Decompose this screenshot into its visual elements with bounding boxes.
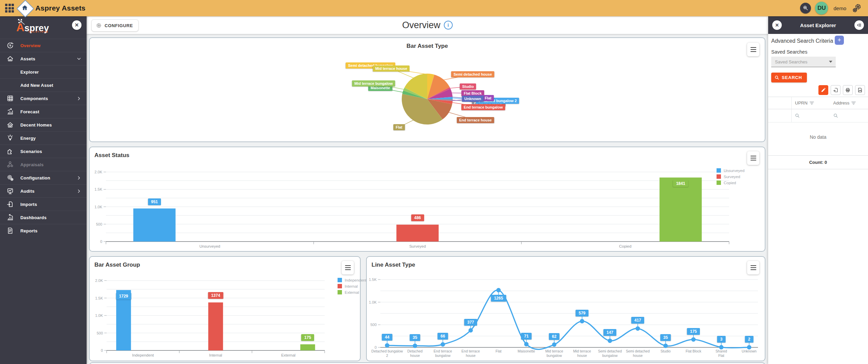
edit-pencil-icon[interactable] <box>818 85 828 95</box>
logo-subtitle: SOLUTIONS <box>29 31 49 33</box>
point-value-label: 44 <box>382 334 392 341</box>
avatar[interactable]: DU <box>815 2 828 15</box>
legend-swatch <box>717 180 721 185</box>
sidebar-item-imports[interactable]: Imports <box>0 197 87 211</box>
svg-text:house: house <box>633 353 643 358</box>
plus-icon: + <box>837 37 841 44</box>
saved-searches-select[interactable]: Saved Searches <box>771 57 836 67</box>
sidebar-item-label: Imports <box>20 202 37 207</box>
sidebar-item-energy[interactable]: Energy <box>0 131 87 145</box>
svg-text:house: house <box>410 353 420 358</box>
svg-text:Independent: Independent <box>132 353 154 357</box>
saved-searches-label: Saved Searches <box>771 49 807 55</box>
settings-gears-icon[interactable] <box>852 3 862 13</box>
pie-label: Studio <box>460 83 476 90</box>
legend-item[interactable]: External <box>338 290 366 294</box>
export-icon[interactable] <box>831 85 840 95</box>
scenarios-icon <box>6 148 14 155</box>
chart-menu-button[interactable] <box>747 261 759 274</box>
sidebar-item-forecast[interactable]: Forecast <box>0 105 87 118</box>
bar-value-label: 1729 <box>116 293 131 300</box>
sidebar-item-scenarios[interactable]: Scenarios <box>0 145 87 158</box>
result-count: Count: 0 <box>768 155 868 169</box>
sidebar-item-reports[interactable]: Reports <box>0 224 87 237</box>
legend-label: External <box>345 290 359 294</box>
add-criteria-button[interactable]: + <box>835 36 844 45</box>
chevron-right-icon <box>77 96 81 100</box>
sidebar-item-label: Dashboards <box>20 215 47 220</box>
point-value-label: 2 <box>745 336 754 343</box>
legend-item[interactable]: Surveyed <box>717 174 744 179</box>
explorer-close-button[interactable]: ✕ <box>772 20 782 30</box>
sidebar-logo: Asprey SOLUTIONS ✕ <box>0 16 87 39</box>
sidebar-item-add-new-asset[interactable]: Add New Asset <box>0 78 87 92</box>
sidebar-item-label: Energy <box>20 136 36 141</box>
column-header-address[interactable]: Address <box>830 97 868 109</box>
sidebar-item-assets[interactable]: Assets <box>0 52 87 65</box>
search-icon[interactable] <box>800 3 811 14</box>
address-search-field[interactable] <box>830 109 868 122</box>
chart-menu-button[interactable] <box>342 261 354 274</box>
sidebar-item-dashboards[interactable]: Dashboards <box>0 211 87 224</box>
home-icon <box>21 4 29 12</box>
svg-text:Internal: Internal <box>209 353 222 357</box>
sidebar-item-appraisals[interactable]: Appraisals <box>0 158 87 171</box>
filter-icon[interactable] <box>810 101 814 105</box>
column-header-uprn[interactable]: UPRN <box>792 97 830 109</box>
svg-text:External: External <box>281 353 295 357</box>
svg-text:End terrace: End terrace <box>462 349 480 353</box>
svg-text:Shared: Shared <box>716 349 727 353</box>
sidebar-close-button[interactable]: ✕ <box>72 20 82 30</box>
export-image-icon[interactable] <box>855 85 865 95</box>
svg-text:1.5K: 1.5K <box>369 277 377 282</box>
legend-label: Copied <box>724 181 736 185</box>
info-icon[interactable]: i <box>444 21 453 30</box>
search-button[interactable]: SEARCH <box>771 73 807 82</box>
sidebar: Asprey SOLUTIONS ✕ OverviewAssetsExplore… <box>0 16 87 364</box>
chart-menu-button[interactable] <box>747 151 759 165</box>
bar-value-label: 951 <box>148 198 161 205</box>
legend-label: Unsurveyed <box>724 169 744 173</box>
uprn-search-field[interactable] <box>792 109 830 122</box>
panel-bar-asset-type: Bar Asset Type Semi detached bungalowSem… <box>89 37 765 142</box>
appraisals-icon <box>6 161 14 168</box>
legend-item[interactable]: Independent <box>338 278 366 282</box>
legend-item[interactable]: Copied <box>717 180 744 185</box>
sidebar-item-components[interactable]: Components <box>0 92 87 105</box>
sidebar-item-label: Reports <box>20 228 38 233</box>
svg-text:2: 2 <box>386 353 388 358</box>
sidebar-item-label: Configuration <box>20 175 50 180</box>
imports-icon <box>6 200 14 208</box>
audits-icon <box>6 187 14 195</box>
legend-item[interactable]: Internal <box>338 284 366 288</box>
table-search-row <box>768 109 868 122</box>
print-icon[interactable] <box>843 85 853 95</box>
svg-text:bungalow: bungalow <box>602 353 618 358</box>
sidebar-item-explorer[interactable]: Explorer <box>0 65 87 78</box>
forecast-icon <box>6 108 14 115</box>
sidebar-item-label: Decent Homes <box>20 122 52 128</box>
filter-icon[interactable] <box>851 101 856 105</box>
point-value-label: 35 <box>410 334 420 341</box>
username-label: demo <box>833 5 846 11</box>
bar-value-label: 486 <box>411 214 424 221</box>
top-bar: Asprey Assets DU demo <box>0 0 868 16</box>
sidebar-item-audits[interactable]: Audits <box>0 184 87 197</box>
chevron-down-icon <box>77 56 81 61</box>
explorer-title: Asset Explorer <box>782 22 854 28</box>
svg-text:500: 500 <box>370 323 377 327</box>
app-grid-icon[interactable] <box>5 4 14 13</box>
legend-item[interactable]: Unsurveyed <box>717 168 744 173</box>
svg-text:Flat Block: Flat Block <box>686 349 702 353</box>
svg-text:Mid terrace: Mid terrace <box>573 349 591 353</box>
sidebar-item-configuration[interactable]: Configuration <box>0 171 87 184</box>
chevron-right-icon <box>77 189 81 193</box>
configure-button[interactable]: CONFIGURE <box>91 19 139 32</box>
sidebar-item-overview[interactable]: Overview <box>0 39 87 52</box>
chevron-down-icon <box>829 61 832 63</box>
chart-menu-button[interactable] <box>747 43 759 56</box>
app-logo[interactable] <box>17 0 33 16</box>
collapse-panel-icon[interactable] <box>854 20 864 30</box>
sidebar-item-decent-homes[interactable]: Decent Homes <box>0 118 87 131</box>
app-root: Asprey Assets DU demo <box>0 0 868 364</box>
